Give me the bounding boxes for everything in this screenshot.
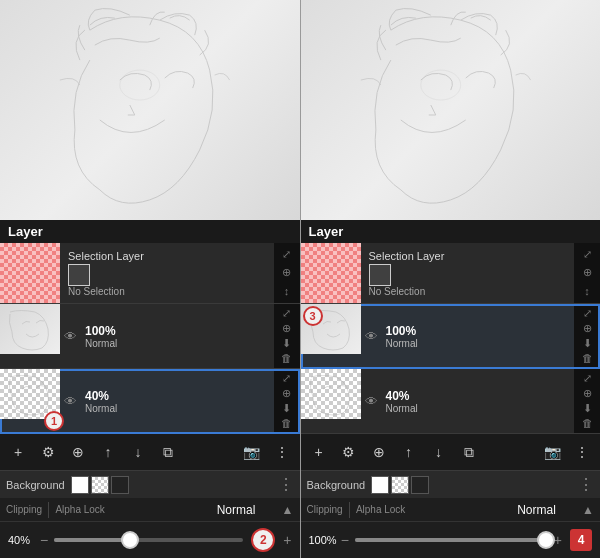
right-add-layer-btn[interactable]: + xyxy=(305,438,333,466)
right-transform2-icon: ⊕ xyxy=(583,321,592,336)
move-icon: ⤢ xyxy=(282,247,291,262)
right-alpha-label[interactable]: Alpha Lock xyxy=(356,504,406,515)
left-blend-arrow[interactable]: ▲ xyxy=(282,503,294,517)
right-blend-mode[interactable]: Normal xyxy=(497,503,576,517)
left-layer-panel: Layer Selection Layer No Selection ⤢ ⊕ ↕ xyxy=(0,220,300,498)
transform1-icon: ⊕ xyxy=(282,386,291,401)
merge-btn[interactable]: ⊕ xyxy=(64,438,92,466)
copy-btn[interactable]: ⧉ xyxy=(154,438,182,466)
right-bg-white xyxy=(371,476,389,494)
bg-transparent xyxy=(91,476,109,494)
left-bottom-bar: Clipping Alpha Lock Normal ▲ 40% − 2 + xyxy=(0,498,300,558)
right-layer2-info: 100% Normal xyxy=(382,304,575,368)
left-layer1[interactable]: 1 👁 40% Normal ⤢ ⊕ ⬇ 🗑 xyxy=(0,369,300,434)
right-layer-header: Layer xyxy=(301,220,601,243)
flip-icon: ↕ xyxy=(284,284,290,299)
right-selection-layer[interactable]: Selection Layer No Selection ⤢ ⊕ ↕ xyxy=(301,243,601,304)
right-layer1-blend: Normal xyxy=(386,403,571,414)
left-alpha-label[interactable]: Alpha Lock xyxy=(55,504,105,515)
left-blend-mode[interactable]: Normal xyxy=(196,503,275,517)
right-down1-icon: ⬇ xyxy=(583,401,592,416)
left-bg-label: Background xyxy=(6,479,65,491)
left-layer1-right-icons: ⤢ ⊕ ⬇ 🗑 xyxy=(274,369,300,433)
right-layer1-eye[interactable]: 👁 xyxy=(361,369,382,433)
right-eye-icon-layer2: 👁 xyxy=(365,329,378,344)
right-opacity-slider[interactable] xyxy=(355,538,546,542)
right-opacity-pct: 100% xyxy=(309,534,337,546)
left-layer2-right-icons: ⤢ ⊕ ⬇ 🗑 xyxy=(274,304,300,368)
right-copy-btn[interactable]: ⧉ xyxy=(455,438,483,466)
left-selection-layer[interactable]: Selection Layer No Selection ⤢ ⊕ ↕ xyxy=(0,243,300,304)
left-slider-thumb xyxy=(121,531,139,549)
move-down-btn[interactable]: ↓ xyxy=(124,438,152,466)
right-move2-icon: ⤢ xyxy=(583,306,592,321)
right-blend-arrow[interactable]: ▲ xyxy=(582,503,594,517)
add-layer-btn[interactable]: + xyxy=(4,438,32,466)
right-layer2-eye[interactable]: 👁 xyxy=(361,304,382,368)
right-divider1 xyxy=(349,502,350,518)
svg-point-0 xyxy=(120,70,160,100)
left-opacity-pct: 40% xyxy=(8,534,36,546)
right-move-up-btn[interactable]: ↑ xyxy=(395,438,423,466)
left-layer-toolbar: + ⚙ ⊕ ↑ ↓ ⧉ 📷 ⋮ xyxy=(0,434,300,470)
right-layer2-opacity: 100% xyxy=(386,324,571,338)
left-bg-row: Background ⋮ xyxy=(0,470,300,498)
left-sel-right-icons: ⤢ ⊕ ↕ xyxy=(274,243,300,303)
left-layer2-blend: Normal xyxy=(85,338,270,349)
move-up-btn[interactable]: ↑ xyxy=(94,438,122,466)
left-layer2[interactable]: 👁 100% Normal ⤢ ⊕ ⬇ 🗑 xyxy=(0,304,300,369)
right-layer-panel: Layer Selection Layer No Selection ⤢ ⊕ ↕ xyxy=(301,220,601,498)
eye-icon-layer2: 👁 xyxy=(64,329,77,344)
right-move-down-btn[interactable]: ↓ xyxy=(425,438,453,466)
left-layer2-info: 100% Normal xyxy=(81,304,274,368)
plus-btn-right[interactable]: + xyxy=(554,532,562,548)
right-trash2-icon: 🗑 xyxy=(582,351,593,366)
left-layer1-blend: Normal xyxy=(85,403,270,414)
right-sel-right-icons: ⤢ ⊕ ↕ xyxy=(574,243,600,303)
left-layer-header: Layer xyxy=(0,220,300,243)
left-selection-info: Selection Layer No Selection xyxy=(60,243,274,303)
right-layer1[interactable]: 👁 40% Normal ⤢ ⊕ ⬇ 🗑 xyxy=(301,369,601,434)
minus-btn-left[interactable]: − xyxy=(40,532,48,548)
right-bottom-top: Clipping Alpha Lock Normal ▲ xyxy=(301,498,601,522)
bg-black xyxy=(111,476,129,494)
left-selection-sub: No Selection xyxy=(68,286,266,297)
right-canvas xyxy=(301,0,601,220)
trash2-icon: 🗑 xyxy=(281,351,292,366)
settings-btn[interactable]: ⚙ xyxy=(34,438,62,466)
right-photo-btn[interactable]: 📷 xyxy=(538,438,566,466)
right-flip-icon: ↕ xyxy=(584,284,590,299)
right-layer1-info: 40% Normal xyxy=(382,369,575,433)
left-bg-thumbs xyxy=(71,476,129,494)
badge-3: 3 xyxy=(303,306,323,326)
minus-btn-right[interactable]: − xyxy=(341,532,349,548)
right-merge-btn[interactable]: ⊕ xyxy=(365,438,393,466)
right-selection-info: Selection Layer No Selection xyxy=(361,243,575,303)
plus-btn-left[interactable]: + xyxy=(283,532,291,548)
left-canvas xyxy=(0,0,300,220)
more-bg-icon[interactable]: ⋮ xyxy=(278,475,294,494)
right-clipping-label[interactable]: Clipping xyxy=(307,504,343,515)
move1-icon: ⤢ xyxy=(282,371,291,386)
right-more-btn[interactable]: ⋮ xyxy=(568,438,596,466)
right-layer2-blend: Normal xyxy=(386,338,571,349)
badge-2-circle: 2 xyxy=(251,528,275,552)
left-clipping-label[interactable]: Clipping xyxy=(6,504,42,515)
right-bottom-bottom: 100% − + 4 xyxy=(301,522,601,558)
selection-thumb xyxy=(0,243,60,303)
right-settings-btn[interactable]: ⚙ xyxy=(335,438,363,466)
right-layer-title: Layer xyxy=(309,224,344,239)
left-layer-list: Selection Layer No Selection ⤢ ⊕ ↕ xyxy=(0,243,300,434)
right-layer1-opacity: 40% xyxy=(386,389,571,403)
right-more-bg-icon[interactable]: ⋮ xyxy=(578,475,594,494)
more-btn[interactable]: ⋮ xyxy=(268,438,296,466)
circle-badge-2-wrap: 2 xyxy=(251,528,275,552)
photo-btn[interactable]: 📷 xyxy=(238,438,266,466)
right-layer-toolbar: + ⚙ ⊕ ↑ ↓ ⧉ 📷 ⋮ xyxy=(301,434,601,470)
right-bg-transparent xyxy=(391,476,409,494)
left-layer1-info: 40% Normal xyxy=(81,369,274,433)
left-opacity-slider[interactable] xyxy=(54,538,243,542)
left-layer2-eye[interactable]: 👁 xyxy=(60,304,81,368)
left-layer2-opacity: 100% xyxy=(85,324,270,338)
right-layer2[interactable]: 3 👁 100% Normal xyxy=(301,304,601,369)
